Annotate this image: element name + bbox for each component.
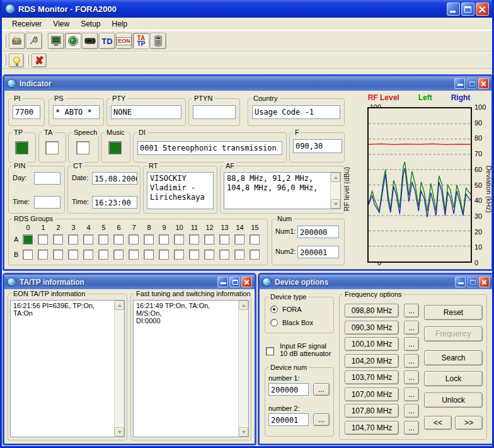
menu-item-setup[interactable]: Setup	[76, 18, 105, 30]
frequency-field[interactable]: 090,30 MHz	[293, 139, 342, 153]
radiotext-area[interactable]: VISOCKIY Vladimir - Liricheskaya	[147, 172, 214, 209]
black-box-radio[interactable]	[270, 319, 278, 326]
rds-cell-a10[interactable]	[174, 234, 184, 244]
attenuator-checkbox[interactable]	[266, 347, 274, 355]
frequency-button[interactable]: 104,20 MHz	[345, 354, 399, 368]
minimize-button[interactable]	[454, 78, 465, 89]
reset-button[interactable]: Reset	[424, 305, 483, 320]
frequency-more-button[interactable]: ...	[404, 421, 419, 435]
rds-cell-b9[interactable]	[159, 250, 169, 260]
menu-item-view[interactable]: View	[48, 18, 74, 30]
rds-cell-b6[interactable]	[113, 250, 123, 260]
frequency-more-button[interactable]: ...	[404, 388, 419, 401]
ptyn-field[interactable]	[193, 105, 236, 119]
maximize-button[interactable]	[467, 277, 478, 287]
rds-cell-b14[interactable]	[234, 250, 244, 260]
rds-cell-b10[interactable]	[174, 250, 184, 260]
num1-field[interactable]: 200000	[297, 226, 339, 238]
pi-field[interactable]: 7700	[13, 105, 40, 119]
toolbar-grip[interactable]	[26, 55, 29, 66]
scroll-up-button[interactable]	[331, 173, 340, 182]
af-scrollbar[interactable]	[330, 173, 340, 209]
pin-time-field[interactable]	[34, 196, 60, 209]
frequency-button[interactable]: Frequency	[424, 326, 483, 342]
rds-cell-b7[interactable]	[129, 250, 139, 260]
number1-field[interactable]: 200000	[268, 383, 309, 396]
number2-browse-button[interactable]: ...	[313, 413, 330, 426]
rds-cell-a14[interactable]	[234, 234, 244, 244]
ct-time-field[interactable]: 16:23:00	[92, 196, 137, 209]
af-list-area[interactable]: 88,8 MHz, 91,2 MHz, 104,8 MHz, 96,0 MHz,	[224, 172, 341, 209]
td-window-button[interactable]: TD	[99, 33, 115, 49]
pty-field[interactable]: NONE	[111, 105, 181, 119]
eon-scrollbar[interactable]	[114, 301, 124, 437]
rds-cell-b15[interactable]	[250, 250, 260, 260]
previous-button[interactable]: <<	[424, 416, 452, 430]
eon-window-button[interactable]: EON	[116, 33, 132, 49]
menu-item-receiver[interactable]: Receiver	[7, 18, 47, 30]
scroll-down-button[interactable]	[115, 427, 124, 437]
fast-scrollbar[interactable]	[238, 301, 248, 437]
rds-cell-b2[interactable]	[53, 250, 63, 260]
frequency-button[interactable]: 107,80 MHz	[345, 404, 399, 418]
hint-button[interactable]	[9, 54, 24, 67]
fast-tuning-area[interactable]: 16:21:49 TP:On, TA:On, M/S:On, DI:0000	[133, 300, 249, 437]
minimize-button[interactable]	[217, 277, 228, 287]
minimize-button[interactable]	[455, 277, 466, 287]
minimize-button[interactable]	[447, 3, 460, 16]
num2-field[interactable]: 200001	[297, 246, 339, 258]
display-window-button[interactable]	[82, 33, 98, 49]
rds-cell-a5[interactable]	[98, 234, 108, 244]
rds-cell-a13[interactable]	[219, 234, 229, 244]
receiver-connect-button[interactable]	[9, 33, 25, 49]
disconnect-button[interactable]	[26, 33, 42, 49]
frequency-button[interactable]: 103,70 MHz	[345, 370, 399, 384]
number1-browse-button[interactable]: ...	[313, 383, 330, 396]
frequency-more-button[interactable]: ...	[404, 304, 419, 318]
search-button[interactable]: Search	[424, 350, 483, 365]
frequency-more-button[interactable]: ...	[404, 337, 419, 351]
frequency-button[interactable]: 090,30 MHz	[345, 321, 399, 335]
rds-cell-a8[interactable]	[144, 234, 154, 244]
rds-cell-a1[interactable]	[38, 234, 48, 244]
number2-field[interactable]: 200001	[268, 413, 309, 426]
frequency-button[interactable]: 098,80 MHz	[345, 304, 399, 318]
rds-cell-a11[interactable]	[189, 234, 199, 244]
rds-cell-a9[interactable]	[159, 234, 169, 244]
rds-cell-a7[interactable]	[129, 234, 139, 244]
toolbar-grip[interactable]	[4, 55, 6, 66]
tatp-window-button[interactable]: TATP	[133, 33, 149, 49]
rds-cell-b1[interactable]	[38, 250, 48, 260]
frequency-button[interactable]: 104,70 MHz	[345, 421, 399, 435]
rds-cell-b3[interactable]	[68, 250, 78, 260]
rds-cell-a12[interactable]	[204, 234, 214, 244]
frequency-more-button[interactable]: ...	[404, 370, 419, 384]
close-button[interactable]	[241, 277, 252, 287]
close-button[interactable]	[478, 78, 489, 89]
frequency-more-button[interactable]: ...	[404, 321, 419, 335]
eon-info-area[interactable]: 16:21:56 PI=639E, TP:On, TA:On	[10, 300, 125, 437]
rds-cell-a4[interactable]	[83, 234, 93, 244]
maximize-button[interactable]	[461, 3, 474, 16]
scroll-up-button[interactable]	[115, 301, 124, 310]
lock-button[interactable]: Lock	[424, 371, 483, 386]
close-button[interactable]	[476, 3, 489, 16]
rds-cell-a3[interactable]	[68, 234, 78, 244]
delete-button[interactable]: ✘	[32, 54, 47, 67]
pin-day-field[interactable]	[34, 172, 60, 185]
rds-cell-b4[interactable]	[83, 250, 93, 260]
scroll-up-button[interactable]	[239, 301, 248, 310]
monitor-window-button[interactable]	[48, 33, 64, 49]
ct-date-field[interactable]: 15.08.2006	[92, 172, 137, 185]
indicator-window-button[interactable]	[65, 33, 81, 49]
rds-cell-a0[interactable]	[23, 234, 33, 244]
rds-cell-b0[interactable]	[23, 250, 33, 260]
rds-cell-a2[interactable]	[53, 234, 63, 244]
rds-cell-b8[interactable]	[144, 250, 154, 260]
menu-item-help[interactable]: Help	[107, 18, 133, 30]
rds-cell-a6[interactable]	[113, 234, 123, 244]
ps-field[interactable]: * ABTO *	[53, 105, 100, 119]
frequency-button[interactable]: 100,10 MHz	[345, 337, 399, 351]
rds-cell-b11[interactable]	[189, 250, 199, 260]
unlock-button[interactable]: Unlock	[424, 393, 483, 408]
